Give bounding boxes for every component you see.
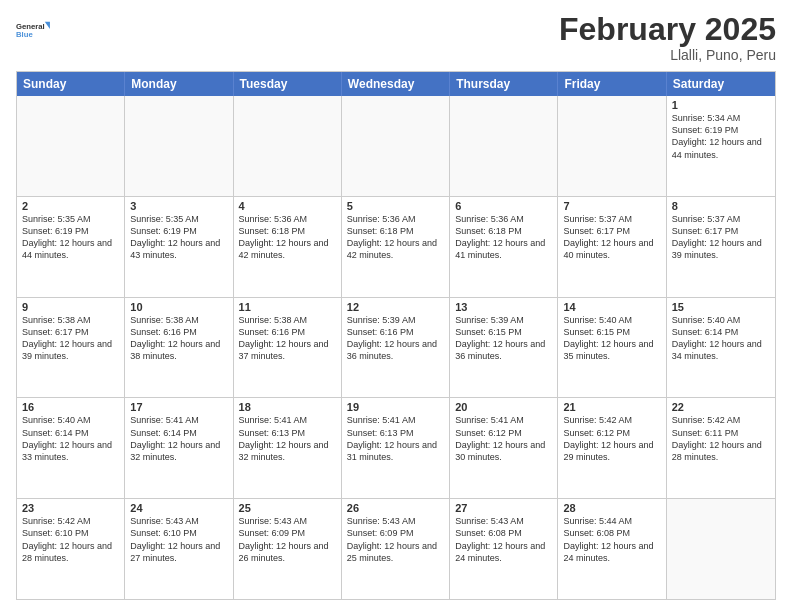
header-day-thursday: Thursday — [450, 72, 558, 96]
day-info: Sunrise: 5:35 AM Sunset: 6:19 PM Dayligh… — [22, 213, 119, 262]
day-info: Sunrise: 5:39 AM Sunset: 6:16 PM Dayligh… — [347, 314, 444, 363]
day-info: Sunrise: 5:39 AM Sunset: 6:15 PM Dayligh… — [455, 314, 552, 363]
day-number: 9 — [22, 301, 119, 313]
calendar-day-26: 26Sunrise: 5:43 AM Sunset: 6:09 PM Dayli… — [342, 499, 450, 599]
calendar-day-10: 10Sunrise: 5:38 AM Sunset: 6:16 PM Dayli… — [125, 298, 233, 398]
location-subtitle: Llalli, Puno, Peru — [559, 47, 776, 63]
day-info: Sunrise: 5:35 AM Sunset: 6:19 PM Dayligh… — [130, 213, 227, 262]
day-info: Sunrise: 5:44 AM Sunset: 6:08 PM Dayligh… — [563, 515, 660, 564]
calendar-day-7: 7Sunrise: 5:37 AM Sunset: 6:17 PM Daylig… — [558, 197, 666, 297]
day-number: 23 — [22, 502, 119, 514]
calendar-day-8: 8Sunrise: 5:37 AM Sunset: 6:17 PM Daylig… — [667, 197, 775, 297]
calendar-week-2: 2Sunrise: 5:35 AM Sunset: 6:19 PM Daylig… — [17, 196, 775, 297]
header-day-friday: Friday — [558, 72, 666, 96]
calendar-day-2: 2Sunrise: 5:35 AM Sunset: 6:19 PM Daylig… — [17, 197, 125, 297]
calendar: SundayMondayTuesdayWednesdayThursdayFrid… — [16, 71, 776, 600]
day-number: 20 — [455, 401, 552, 413]
calendar-empty-cell — [667, 499, 775, 599]
calendar-empty-cell — [234, 96, 342, 196]
day-info: Sunrise: 5:43 AM Sunset: 6:09 PM Dayligh… — [239, 515, 336, 564]
day-number: 28 — [563, 502, 660, 514]
calendar-day-13: 13Sunrise: 5:39 AM Sunset: 6:15 PM Dayli… — [450, 298, 558, 398]
svg-marker-2 — [45, 22, 50, 29]
day-info: Sunrise: 5:37 AM Sunset: 6:17 PM Dayligh… — [563, 213, 660, 262]
day-number: 25 — [239, 502, 336, 514]
day-number: 4 — [239, 200, 336, 212]
calendar-day-19: 19Sunrise: 5:41 AM Sunset: 6:13 PM Dayli… — [342, 398, 450, 498]
calendar-day-14: 14Sunrise: 5:40 AM Sunset: 6:15 PM Dayli… — [558, 298, 666, 398]
calendar-day-24: 24Sunrise: 5:43 AM Sunset: 6:10 PM Dayli… — [125, 499, 233, 599]
header-day-wednesday: Wednesday — [342, 72, 450, 96]
calendar-day-18: 18Sunrise: 5:41 AM Sunset: 6:13 PM Dayli… — [234, 398, 342, 498]
header-day-sunday: Sunday — [17, 72, 125, 96]
title-block: February 2025 Llalli, Puno, Peru — [559, 12, 776, 63]
day-number: 7 — [563, 200, 660, 212]
calendar-day-3: 3Sunrise: 5:35 AM Sunset: 6:19 PM Daylig… — [125, 197, 233, 297]
calendar-empty-cell — [342, 96, 450, 196]
day-info: Sunrise: 5:41 AM Sunset: 6:13 PM Dayligh… — [239, 414, 336, 463]
calendar-day-27: 27Sunrise: 5:43 AM Sunset: 6:08 PM Dayli… — [450, 499, 558, 599]
day-info: Sunrise: 5:38 AM Sunset: 6:16 PM Dayligh… — [239, 314, 336, 363]
day-number: 3 — [130, 200, 227, 212]
day-info: Sunrise: 5:43 AM Sunset: 6:09 PM Dayligh… — [347, 515, 444, 564]
calendar-week-4: 16Sunrise: 5:40 AM Sunset: 6:14 PM Dayli… — [17, 397, 775, 498]
day-number: 5 — [347, 200, 444, 212]
day-info: Sunrise: 5:34 AM Sunset: 6:19 PM Dayligh… — [672, 112, 770, 161]
day-info: Sunrise: 5:41 AM Sunset: 6:13 PM Dayligh… — [347, 414, 444, 463]
day-number: 8 — [672, 200, 770, 212]
header: General Blue February 2025 Llalli, Puno,… — [16, 12, 776, 63]
day-info: Sunrise: 5:43 AM Sunset: 6:08 PM Dayligh… — [455, 515, 552, 564]
calendar-day-28: 28Sunrise: 5:44 AM Sunset: 6:08 PM Dayli… — [558, 499, 666, 599]
day-info: Sunrise: 5:36 AM Sunset: 6:18 PM Dayligh… — [239, 213, 336, 262]
calendar-day-9: 9Sunrise: 5:38 AM Sunset: 6:17 PM Daylig… — [17, 298, 125, 398]
day-info: Sunrise: 5:40 AM Sunset: 6:14 PM Dayligh… — [672, 314, 770, 363]
day-number: 27 — [455, 502, 552, 514]
day-info: Sunrise: 5:41 AM Sunset: 6:14 PM Dayligh… — [130, 414, 227, 463]
calendar-day-12: 12Sunrise: 5:39 AM Sunset: 6:16 PM Dayli… — [342, 298, 450, 398]
day-info: Sunrise: 5:41 AM Sunset: 6:12 PM Dayligh… — [455, 414, 552, 463]
day-number: 16 — [22, 401, 119, 413]
day-info: Sunrise: 5:42 AM Sunset: 6:10 PM Dayligh… — [22, 515, 119, 564]
calendar-day-21: 21Sunrise: 5:42 AM Sunset: 6:12 PM Dayli… — [558, 398, 666, 498]
day-info: Sunrise: 5:42 AM Sunset: 6:12 PM Dayligh… — [563, 414, 660, 463]
day-number: 19 — [347, 401, 444, 413]
calendar-day-4: 4Sunrise: 5:36 AM Sunset: 6:18 PM Daylig… — [234, 197, 342, 297]
svg-text:Blue: Blue — [16, 30, 33, 39]
calendar-day-23: 23Sunrise: 5:42 AM Sunset: 6:10 PM Dayli… — [17, 499, 125, 599]
logo-svg: General Blue — [16, 12, 52, 48]
logo: General Blue — [16, 12, 52, 48]
calendar-week-1: 1Sunrise: 5:34 AM Sunset: 6:19 PM Daylig… — [17, 96, 775, 196]
calendar-empty-cell — [125, 96, 233, 196]
calendar-day-17: 17Sunrise: 5:41 AM Sunset: 6:14 PM Dayli… — [125, 398, 233, 498]
day-info: Sunrise: 5:38 AM Sunset: 6:16 PM Dayligh… — [130, 314, 227, 363]
calendar-empty-cell — [17, 96, 125, 196]
header-day-monday: Monday — [125, 72, 233, 96]
day-info: Sunrise: 5:43 AM Sunset: 6:10 PM Dayligh… — [130, 515, 227, 564]
calendar-week-3: 9Sunrise: 5:38 AM Sunset: 6:17 PM Daylig… — [17, 297, 775, 398]
calendar-empty-cell — [450, 96, 558, 196]
day-number: 13 — [455, 301, 552, 313]
calendar-day-20: 20Sunrise: 5:41 AM Sunset: 6:12 PM Dayli… — [450, 398, 558, 498]
day-info: Sunrise: 5:37 AM Sunset: 6:17 PM Dayligh… — [672, 213, 770, 262]
day-info: Sunrise: 5:42 AM Sunset: 6:11 PM Dayligh… — [672, 414, 770, 463]
calendar-week-5: 23Sunrise: 5:42 AM Sunset: 6:10 PM Dayli… — [17, 498, 775, 599]
header-day-saturday: Saturday — [667, 72, 775, 96]
day-number: 15 — [672, 301, 770, 313]
day-number: 11 — [239, 301, 336, 313]
day-number: 14 — [563, 301, 660, 313]
day-number: 17 — [130, 401, 227, 413]
day-number: 18 — [239, 401, 336, 413]
calendar-day-6: 6Sunrise: 5:36 AM Sunset: 6:18 PM Daylig… — [450, 197, 558, 297]
day-number: 1 — [672, 99, 770, 111]
day-number: 12 — [347, 301, 444, 313]
calendar-day-22: 22Sunrise: 5:42 AM Sunset: 6:11 PM Dayli… — [667, 398, 775, 498]
calendar-day-5: 5Sunrise: 5:36 AM Sunset: 6:18 PM Daylig… — [342, 197, 450, 297]
day-info: Sunrise: 5:36 AM Sunset: 6:18 PM Dayligh… — [347, 213, 444, 262]
day-number: 26 — [347, 502, 444, 514]
day-number: 24 — [130, 502, 227, 514]
header-day-tuesday: Tuesday — [234, 72, 342, 96]
calendar-body: 1Sunrise: 5:34 AM Sunset: 6:19 PM Daylig… — [17, 96, 775, 599]
calendar-day-1: 1Sunrise: 5:34 AM Sunset: 6:19 PM Daylig… — [667, 96, 775, 196]
calendar-header: SundayMondayTuesdayWednesdayThursdayFrid… — [17, 72, 775, 96]
page: General Blue February 2025 Llalli, Puno,… — [0, 0, 792, 612]
